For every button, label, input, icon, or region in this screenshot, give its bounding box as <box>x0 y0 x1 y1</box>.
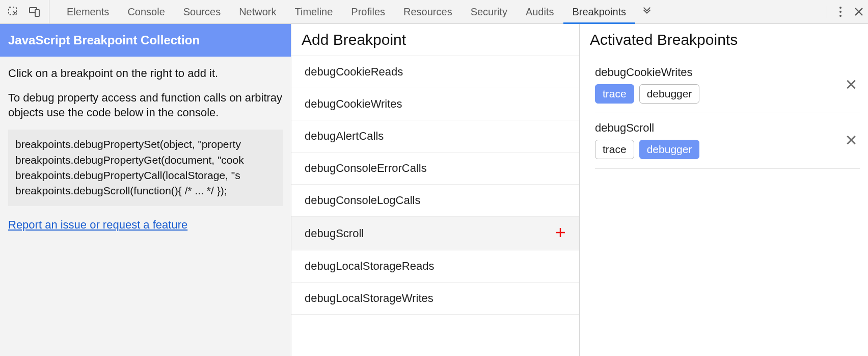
close-devtools-icon[interactable] <box>854 7 864 17</box>
breakpoint-name: debugConsoleErrorCalls <box>305 162 427 175</box>
activated-list: debugCookieWrites trace debugger debugSc… <box>580 56 868 169</box>
breakpoint-name: debugCookieWrites <box>305 97 402 111</box>
activated-item: debugScroll trace debugger <box>595 113 860 169</box>
breakpoint-item[interactable]: debugConsoleErrorCalls <box>291 152 579 185</box>
devtools-tabs: Elements Console Sources Network Timelin… <box>58 0 821 23</box>
breakpoint-name: debugConsoleLogCalls <box>305 194 421 207</box>
mode-debugger-button[interactable]: debugger <box>639 84 700 104</box>
tab-label: Security <box>471 6 507 18</box>
breakpoint-name: debugLocalStorageReads <box>305 260 434 273</box>
code-line: breakpoints.debugPropertySet(object, "pr… <box>15 137 276 152</box>
tab-audits[interactable]: Audits <box>517 0 563 23</box>
tab-label: Sources <box>183 6 221 18</box>
tab-label: Resources <box>403 6 452 18</box>
mode-toggle: trace debugger <box>595 140 860 159</box>
report-issue-link[interactable]: Report an issue or request a feature <box>8 218 187 231</box>
activated-name: debugCookieWrites <box>595 66 860 79</box>
svg-point-4 <box>839 11 842 13</box>
add-breakpoint-title: Add Breakpoint <box>291 24 579 56</box>
device-toggle-icon[interactable] <box>29 6 41 18</box>
devtools-toolbar: Elements Console Sources Network Timelin… <box>0 0 868 24</box>
code-line: breakpoints.debugPropertyCall(localStora… <box>15 168 276 183</box>
tab-resources[interactable]: Resources <box>394 0 462 23</box>
breakpoint-item[interactable]: debugCookieReads <box>291 56 579 88</box>
breakpoint-item[interactable]: debugLocalStorageReads <box>291 250 579 283</box>
tab-security[interactable]: Security <box>462 0 517 23</box>
tab-sources[interactable]: Sources <box>174 0 230 23</box>
tab-label: Profiles <box>351 6 385 18</box>
inspect-element-icon[interactable] <box>7 6 19 18</box>
kebab-menu-icon[interactable] <box>838 6 843 17</box>
mode-trace-button[interactable]: trace <box>595 84 634 104</box>
tab-breakpoints[interactable]: Breakpoints <box>563 0 636 23</box>
code-line: breakpoints.debugPropertyGet(document, "… <box>15 152 276 168</box>
tab-console[interactable]: Console <box>118 0 174 23</box>
toolbar-left-icons <box>7 0 49 23</box>
left-panel: JavaScript Breakpoint Collection Click o… <box>0 24 291 356</box>
left-panel-body: Click on a breakpoint on the right to ad… <box>0 57 291 232</box>
toolbar-divider <box>827 6 827 18</box>
code-example: breakpoints.debugPropertySet(object, "pr… <box>8 130 283 206</box>
activated-breakpoints-panel: Activated Breakpoints debugCookieWrites … <box>580 24 868 356</box>
tab-elements[interactable]: Elements <box>58 0 118 23</box>
breakpoint-item[interactable]: debugCookieWrites <box>291 88 579 120</box>
svg-point-3 <box>839 7 842 9</box>
tab-profiles[interactable]: Profiles <box>342 0 394 23</box>
activated-breakpoints-title: Activated Breakpoints <box>580 24 868 56</box>
breakpoint-item[interactable]: debugConsoleLogCalls <box>291 185 579 217</box>
breakpoint-name: debugAlertCalls <box>305 130 384 143</box>
tab-label: Elements <box>67 6 109 18</box>
breakpoint-name: debugScroll <box>305 227 364 240</box>
tab-label: Network <box>239 6 276 18</box>
remove-breakpoint-icon[interactable] <box>846 135 857 147</box>
tab-label: Timeline <box>295 6 333 18</box>
breakpoint-name: debugLocalStorageWrites <box>305 292 433 305</box>
mode-toggle: trace debugger <box>595 84 860 104</box>
tab-label: Audits <box>526 6 554 18</box>
tab-network[interactable]: Network <box>230 0 285 23</box>
mode-trace-button[interactable]: trace <box>595 140 634 159</box>
activated-name: debugScroll <box>595 121 860 135</box>
breakpoint-item[interactable]: debugScroll <box>291 217 579 250</box>
breakpoint-name: debugCookieReads <box>305 65 403 79</box>
breakpoint-item[interactable]: debugLocalStorageWrites <box>291 283 579 315</box>
tab-timeline[interactable]: Timeline <box>286 0 342 23</box>
left-panel-title: JavaScript Breakpoint Collection <box>0 24 291 57</box>
toolbar-right-icons <box>821 0 864 23</box>
svg-rect-2 <box>35 10 39 16</box>
tabs-overflow-button[interactable] <box>635 0 659 23</box>
remove-breakpoint-icon[interactable] <box>846 79 857 92</box>
activated-item: debugCookieWrites trace debugger <box>595 58 860 113</box>
intro-text-2: To debug property access and function ca… <box>8 90 283 120</box>
breakpoint-item[interactable]: debugAlertCalls <box>291 120 579 152</box>
add-icon <box>555 226 566 241</box>
add-breakpoint-panel: Add Breakpoint debugCookieReads debugCoo… <box>291 24 580 356</box>
intro-text-1: Click on a breakpoint on the right to ad… <box>8 66 283 81</box>
code-line: breakpoints.debugScroll(function(){ /* .… <box>15 183 276 198</box>
tab-label: Breakpoints <box>573 6 627 18</box>
breakpoint-list: debugCookieReads debugCookieWrites debug… <box>291 56 579 315</box>
tab-label: Console <box>127 6 165 18</box>
main-columns: JavaScript Breakpoint Collection Click o… <box>0 24 868 356</box>
mode-debugger-button[interactable]: debugger <box>639 140 700 159</box>
svg-point-5 <box>839 15 842 17</box>
